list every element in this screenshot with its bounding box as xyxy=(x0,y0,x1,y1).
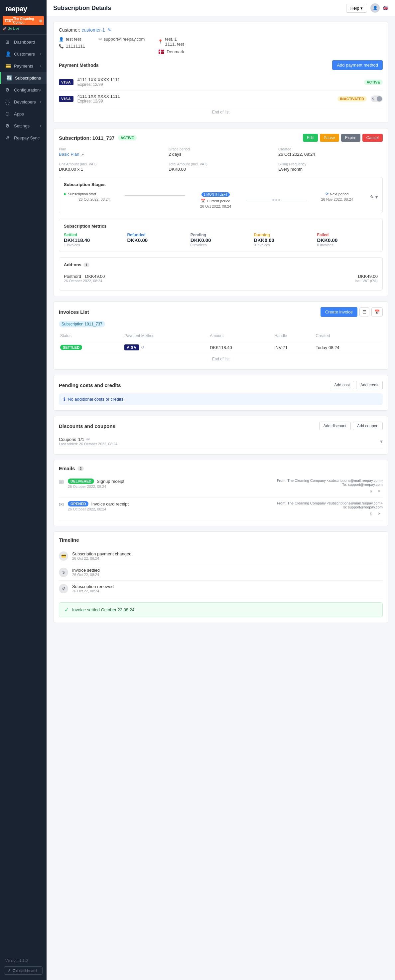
chevron-down-icon-coupons[interactable]: ▾ xyxy=(380,438,383,445)
timeline-item-3: ↺ Subscription renewed 26 Oct 22, 08:24 xyxy=(59,581,383,597)
connector-line xyxy=(125,195,186,196)
pending-costs-card: Pending costs and credits Add cost Add c… xyxy=(53,375,389,410)
customer-header: Customer: customer-1 ✎ xyxy=(59,27,383,33)
stages-title: Subscription Stages xyxy=(64,182,378,187)
pencil-icon[interactable]: ✎ xyxy=(370,194,374,200)
pm-toggle-2[interactable]: ✕ xyxy=(371,95,383,102)
add-cost-button[interactable]: Add cost xyxy=(330,381,354,389)
plan-link[interactable]: Basic Plan xyxy=(59,152,79,157)
help-button[interactable]: Help ▾ xyxy=(346,4,367,13)
invoice-settled-text: Invoice settled October 22 08.24 xyxy=(72,607,134,612)
tl-title-2: Invoice settled xyxy=(72,568,100,573)
metric-dunning-amount: DKK0.00 xyxy=(254,237,314,243)
sync-icon: ↺ xyxy=(5,135,11,140)
send-icon-1[interactable]: ➤ xyxy=(376,488,383,494)
metric-failed: Failed DKK0.00 0 invoices xyxy=(317,232,378,247)
visa-logo-2: VISA xyxy=(59,96,73,102)
email-envelope-icon-2: ✉ xyxy=(59,501,64,509)
sidebar-item-customers[interactable]: 👤 Customers › xyxy=(0,48,46,60)
timeline-item-1: 💳 Subscription payment changed 26 Oct 22… xyxy=(59,548,383,564)
chevron-right-icon: › xyxy=(40,124,41,128)
old-dashboard-button[interactable]: ↗ Old dashboard xyxy=(4,966,43,975)
eye-icon[interactable]: 👁 xyxy=(86,437,90,442)
customer-edit-icon[interactable]: ✎ xyxy=(107,27,111,33)
dot-2 xyxy=(275,199,277,201)
topbar: Subscription Details Help ▾ 👤 🇬🇧 xyxy=(46,0,395,16)
add-discount-button[interactable]: Add discount xyxy=(319,422,351,430)
send-icon-2[interactable]: ➤ xyxy=(376,511,383,517)
metric-dunning-invoices: 0 invoices xyxy=(254,243,314,247)
metric-dunning-label: Dunning xyxy=(254,232,314,237)
email-to-1: To: support@reepay.com xyxy=(277,482,383,487)
version-label: Version: 1.1.0 xyxy=(0,956,46,965)
email-actions-1: ⎘ ➤ xyxy=(277,488,383,494)
sidebar-item-reepay-sync[interactable]: ↺ Reepay Sync xyxy=(0,132,46,144)
toggle-knob xyxy=(377,96,382,102)
go-live-link[interactable]: 🚀 Go Live xyxy=(0,27,46,33)
cancel-button[interactable]: Cancel xyxy=(362,134,383,142)
edit-button[interactable]: Edit xyxy=(303,134,318,142)
email-badge-1: DELIVERED xyxy=(68,479,94,484)
invoice-status-1: SETTLED xyxy=(59,341,123,354)
customer-email-item: ✉ support@reepay.com xyxy=(98,37,145,41)
expire-button[interactable]: Expire xyxy=(341,134,360,142)
table-header-row: Status Payment Method Amount Handle Crea… xyxy=(59,331,383,341)
billing-freq-value: Every month xyxy=(278,167,383,172)
copy-icon-2[interactable]: ⎘ xyxy=(368,511,374,517)
sidebar-item-label: Apps xyxy=(14,111,24,116)
addons-section: Add-ons 1 Postnord DKK49.00 26 October 2… xyxy=(59,257,383,291)
metric-failed-amount: DKK0.00 xyxy=(317,237,378,243)
chevron-right-icon: › xyxy=(40,64,41,68)
sidebar-item-payments[interactable]: 💳 Payments › xyxy=(0,60,46,72)
sidebar-item-configuration[interactable]: ⚙ Configuration › xyxy=(0,84,46,96)
addon-price-1: DKK49.00 xyxy=(355,274,378,279)
invoice-row-1: SETTLED VISA ↺ DKK118.40 INV-71 Today 08… xyxy=(59,341,383,354)
add-coupon-button[interactable]: Add coupon xyxy=(353,422,383,430)
sidebar-item-apps[interactable]: ⬡ Apps xyxy=(0,108,46,120)
invoice-payment-method-1: VISA ↺ xyxy=(123,341,208,354)
add-credit-button[interactable]: Add credit xyxy=(356,381,383,389)
customer-name-item: 👤 test test xyxy=(59,37,85,41)
timeline-content-3: Subscription renewed 26 Oct 22, 08:24 xyxy=(72,584,114,593)
location-icon: 📍 xyxy=(158,39,163,44)
customer-phone-item: 📞 11111111 xyxy=(59,44,85,49)
subscription-details-grid: Plan Basic Plan ↗ Grace period 2 days Cr… xyxy=(59,147,383,172)
sidebar-item-settings[interactable]: ⚙ Settings › xyxy=(0,120,46,132)
sidebar-item-subscriptions[interactable]: 🔄 Subscriptions xyxy=(0,72,46,84)
chevron-down-icon[interactable]: ▾ xyxy=(375,194,378,200)
discounts-header: Discounts and coupons Add discount Add c… xyxy=(59,422,383,430)
copy-icon-1[interactable]: ⎘ xyxy=(368,488,374,494)
invoice-amount-1: DKK118.40 xyxy=(208,341,273,354)
payment-method-row-2: VISA 4111 1XX XXXX 1111 Expires: 12/99 I… xyxy=(59,91,383,107)
add-payment-method-button[interactable]: Add payment method xyxy=(332,60,383,70)
customer-info: 👤 test test 📞 11111111 ✉ support@reepay.… xyxy=(59,37,383,55)
create-invoice-button[interactable]: Create invoice xyxy=(320,307,357,317)
user-avatar[interactable]: 👤 xyxy=(370,3,380,13)
timeline-icon-1: 💳 xyxy=(59,551,68,561)
customer-id-link[interactable]: customer-1 xyxy=(81,27,105,33)
metric-failed-label: Failed xyxy=(317,232,378,237)
info-icon: ℹ xyxy=(63,397,65,402)
pm-number-2: 4111 1XX XXXX 1111 xyxy=(78,94,333,99)
pause-button[interactable]: Pause xyxy=(320,134,339,142)
col-amount: Amount xyxy=(208,331,273,341)
filter-icon[interactable]: ☰ xyxy=(359,307,370,317)
invoice-handle-1: INV-71 xyxy=(273,341,314,354)
sidebar-item-developers[interactable]: { } Developers › xyxy=(0,96,46,108)
customer-address-item: 📍 test, 1 1111, test xyxy=(158,37,184,46)
grace-period-detail: Grace period 2 days xyxy=(168,147,273,157)
chevron-right-icon: › xyxy=(40,88,41,92)
pm-details-2: 4111 1XX XXXX 1111 Expires: 12/99 xyxy=(78,94,333,103)
pm-end-of-list: End of list xyxy=(59,107,383,117)
sidebar-item-dashboard[interactable]: ⊞ Dashboard xyxy=(0,36,46,48)
language-flag[interactable]: 🇬🇧 xyxy=(383,6,389,11)
invoices-card: Invoices List Create invoice ☰ 📅 Subscri… xyxy=(53,301,389,370)
settled-badge: SETTLED xyxy=(60,345,82,350)
invoices-actions: Create invoice ☰ 📅 xyxy=(320,307,383,317)
play-icon: ▶ xyxy=(64,192,67,196)
email-envelope-icon-1: ✉ xyxy=(59,479,64,486)
sidebar-item-label: Dashboard xyxy=(14,40,35,45)
email-date-1: 26 October 2022, 08:24 xyxy=(68,485,273,488)
org-badge[interactable]: TEST The Cleaning Comp... ⊞ xyxy=(3,16,44,25)
calendar-filter-icon[interactable]: 📅 xyxy=(371,307,383,317)
